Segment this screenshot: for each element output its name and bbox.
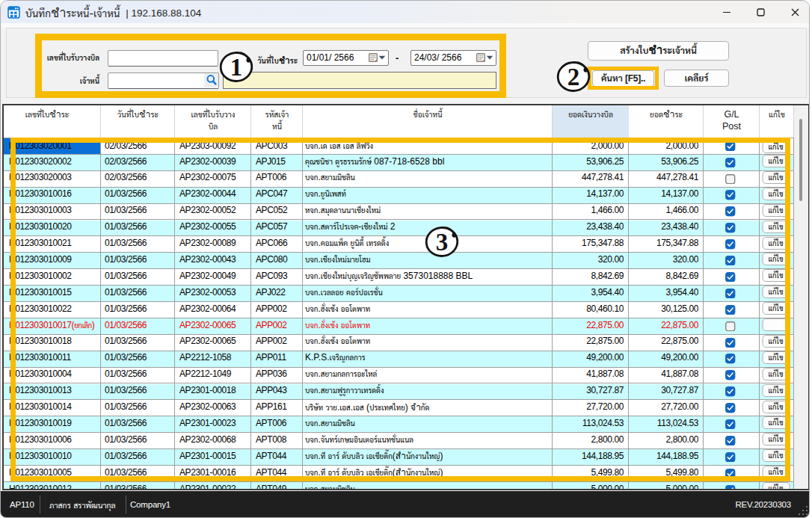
svg-text:3: 3	[436, 229, 449, 256]
svg-text:1: 1	[230, 54, 243, 81]
svg-text:2: 2	[568, 64, 580, 90]
